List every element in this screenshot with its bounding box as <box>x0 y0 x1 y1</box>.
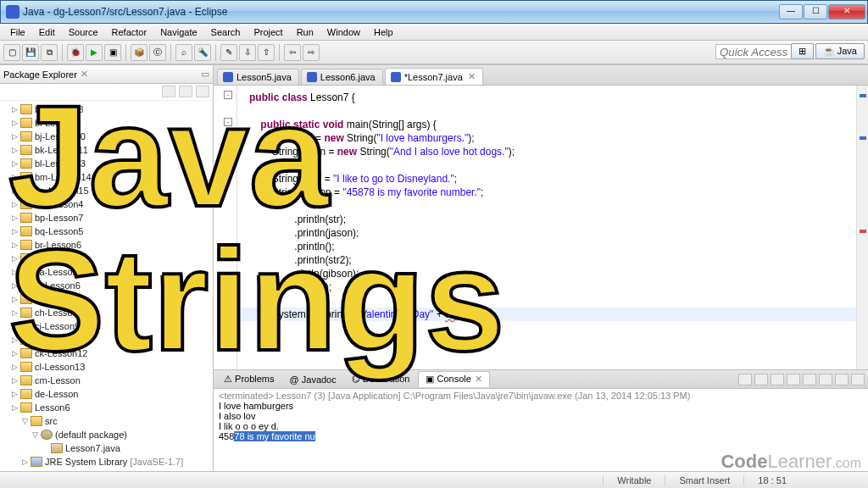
new-class-button[interactable]: Ⓒ <box>149 44 166 61</box>
display-console-icon[interactable] <box>835 374 849 385</box>
pin-console-icon[interactable] <box>819 374 832 385</box>
project-folder[interactable]: ▷bp-Lesson7 <box>0 211 213 225</box>
src-folder[interactable]: ▽src <box>0 414 213 428</box>
link-editor-icon[interactable] <box>179 86 192 97</box>
terminate-icon[interactable] <box>738 374 752 385</box>
java-file[interactable]: Lesson7.java <box>0 441 213 455</box>
menu-file[interactable]: File <box>3 25 32 39</box>
editor-gutter: - - x <box>214 86 237 369</box>
overview-ruler[interactable] <box>856 86 868 369</box>
project-folder[interactable]: ▷ca-Lesson <box>0 265 213 279</box>
termination-info: <terminated> Lesson7 (3) [Java Applicati… <box>219 391 863 401</box>
status-bar: Writable Smart Insert 18 : 51 <box>0 471 868 488</box>
code-editor[interactable]: - - x public class Lesson7 { public stat… <box>214 86 868 369</box>
run-button[interactable]: ▶ <box>86 44 103 61</box>
toggle-mark-button[interactable]: ✎ <box>220 44 237 61</box>
project-folder[interactable]: ▷ch-Lesson8 <box>0 306 213 319</box>
project-tree[interactable]: ▷bh-Lesson8▷bi-Lesson9▷bj-Lesson10▷bk-Le… <box>0 101 213 471</box>
close-button[interactable]: ✕ <box>828 4 865 19</box>
tab-declaration[interactable]: ⌬ Declaration <box>345 372 417 386</box>
menu-refactor[interactable]: Refactor <box>105 25 154 39</box>
new-package-button[interactable]: 📦 <box>131 44 147 61</box>
open-console-icon[interactable] <box>851 374 865 385</box>
scroll-lock-icon[interactable] <box>803 374 816 385</box>
clear-console-icon[interactable] <box>787 374 800 385</box>
menu-navigate[interactable]: Navigate <box>153 25 203 39</box>
menu-project[interactable]: Project <box>247 25 289 39</box>
jre-library[interactable]: ▷JRE System Library [JavaSE-1.7] <box>0 455 213 469</box>
menu-run[interactable]: Run <box>290 25 320 39</box>
project-folder[interactable]: ▷de-Lesson <box>0 387 213 401</box>
project-folder[interactable]: ▷ci-Lesson9 <box>0 319 213 333</box>
prev-annotation-button[interactable]: ⇧ <box>258 44 275 61</box>
minimize-icon[interactable]: ▭ <box>201 69 209 80</box>
tab-lesson6[interactable]: Lesson6.java <box>301 69 383 85</box>
project-folder[interactable]: ▷ck-Lesson12 <box>0 347 213 360</box>
tab-problems[interactable]: ⚠ Problems <box>217 372 281 386</box>
code-content[interactable]: public class Lesson7 { public static voi… <box>237 86 856 369</box>
open-perspective-button[interactable]: ⊞ <box>791 43 814 59</box>
next-annotation-button[interactable]: ⇩ <box>239 44 256 61</box>
open-type-button[interactable]: ⌕ <box>175 44 192 61</box>
back-button[interactable]: ⇦ <box>284 44 301 61</box>
project-folder[interactable]: ▷bq-Lesson5 <box>0 225 213 238</box>
save-all-button[interactable]: ⧉ <box>41 44 58 61</box>
close-tab-icon[interactable]: ✕ <box>475 374 482 384</box>
fold-icon[interactable]: - <box>224 118 232 126</box>
project-folder[interactable]: ▷cm-Lesson <box>0 374 213 387</box>
view-menu-icon[interactable] <box>196 86 209 97</box>
tab-console[interactable]: ▣ Console✕ <box>418 371 489 387</box>
console-tools <box>738 374 865 385</box>
tab-lesson7[interactable]: *Lesson7.java✕ <box>385 68 483 85</box>
project-folder[interactable]: ▷bh-Lesson8 <box>0 103 213 116</box>
forward-button[interactable]: ⇨ <box>303 44 320 61</box>
tab-lesson5[interactable]: Lesson5.java <box>217 69 299 85</box>
status-position: 18 : 51 <box>743 475 800 485</box>
window-titlebar: Java - dg-Lesson7/src/Lesson7.java - Ecl… <box>0 0 868 24</box>
maximize-button[interactable]: ☐ <box>804 4 827 19</box>
project-folder[interactable]: ▷br-Lesson6 <box>0 238 213 252</box>
project-folder[interactable]: ▷bl-Lesson13 <box>0 157 213 170</box>
project-folder[interactable]: ▷bn-Lesson15 <box>0 184 213 197</box>
java-perspective-button[interactable]: ☕ Java <box>815 43 865 59</box>
project-folder[interactable]: ▷cf-Lesson6 <box>0 279 213 292</box>
project-folder[interactable]: ▷cj-Lesson10 <box>0 333 213 347</box>
minimize-button[interactable]: — <box>779 4 803 19</box>
tab-javadoc[interactable]: @ Javadoc <box>283 373 343 386</box>
bottom-panel: ⚠ Problems @ Javadoc ⌬ Declaration ▣ Con… <box>214 369 868 471</box>
project-folder[interactable]: ▷bs-Lesson7 <box>0 252 213 265</box>
separator <box>62 44 63 61</box>
run-last-button[interactable]: ▣ <box>104 44 121 61</box>
java-file-icon <box>391 72 401 82</box>
default-package[interactable]: ▽(default package) <box>0 428 213 441</box>
menu-window[interactable]: Window <box>320 25 367 39</box>
new-button[interactable]: ▢ <box>3 44 20 61</box>
editor-area: Lesson5.java Lesson6.java *Lesson7.java✕… <box>214 65 868 471</box>
package-explorer-title: Package Explorer <box>3 69 77 80</box>
project-folder[interactable]: ▷Lesson6 <box>0 401 213 414</box>
fold-icon[interactable]: - <box>224 91 232 99</box>
menu-search[interactable]: Search <box>204 25 248 39</box>
menu-source[interactable]: Source <box>62 25 105 39</box>
search-button[interactable]: 🔦 <box>194 44 211 61</box>
project-folder[interactable]: ▷bm-Lesson14 <box>0 170 213 184</box>
close-icon[interactable]: ✕ <box>81 69 88 80</box>
console-output[interactable]: <terminated> Lesson7 (3) [Java Applicati… <box>214 389 868 471</box>
project-folder[interactable]: ▷bk-Lesson11 <box>0 143 213 157</box>
package-explorer-header: Package Explorer ✕ ▭ <box>0 65 213 84</box>
project-folder[interactable]: ▷bi-Lesson9 <box>0 116 213 130</box>
collapse-all-icon[interactable] <box>162 86 175 97</box>
project-folder[interactable]: ▷bj-Lesson10 <box>0 130 213 143</box>
remove-all-icon[interactable] <box>771 374 784 385</box>
java-file-icon <box>307 72 317 82</box>
project-folder[interactable]: ▷cg-Lesson7 <box>0 292 213 306</box>
close-tab-icon[interactable]: ✕ <box>468 71 476 82</box>
menu-edit[interactable]: Edit <box>32 25 62 39</box>
menu-help[interactable]: Help <box>367 25 400 39</box>
save-button[interactable]: 💾 <box>22 44 39 61</box>
project-folder[interactable]: ▷cl-Lesson13 <box>0 360 213 374</box>
debug-button[interactable]: 🐞 <box>67 44 84 61</box>
error-icon[interactable]: x <box>222 280 232 291</box>
project-folder[interactable]: ▷bo-Lesson4 <box>0 197 213 211</box>
remove-launch-icon[interactable] <box>754 374 768 385</box>
